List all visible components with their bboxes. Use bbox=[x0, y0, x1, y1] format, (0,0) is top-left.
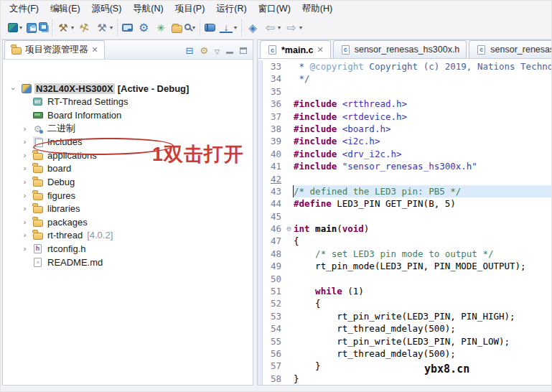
forward-button[interactable]: ▾ bbox=[283, 19, 304, 37]
fold-marker-icon[interactable]: ⊖ bbox=[284, 223, 294, 235]
tree-item-applications[interactable]: ›applications bbox=[3, 149, 253, 162]
menu-e[interactable]: 编辑(E) bbox=[45, 1, 86, 17]
dropdown-caret-icon[interactable]: ▾ bbox=[110, 24, 113, 31]
chevron-collapsed-icon[interactable]: › bbox=[20, 178, 29, 186]
download-icon bbox=[220, 22, 233, 33]
new-button[interactable]: ▾ bbox=[6, 21, 24, 34]
download-button[interactable]: ▾ bbox=[217, 20, 239, 35]
dropdown-caret-icon[interactable]: ▾ bbox=[71, 24, 74, 31]
fold-ruler bbox=[284, 73, 294, 85]
tree-item-rtconfig-h[interactable]: ›hrtconfig.h bbox=[3, 242, 253, 256]
line-number: 50 bbox=[263, 273, 284, 285]
dropdown-caret-icon[interactable]: ▾ bbox=[234, 24, 237, 31]
close-icon[interactable]: ✕ bbox=[92, 45, 98, 55]
filters-icon[interactable] bbox=[200, 46, 208, 55]
fold-ruler bbox=[284, 297, 294, 309]
code-editor[interactable]: 33 * @copyright Copyright (c) 2019, Nati… bbox=[263, 60, 551, 385]
tree-item-debug[interactable]: ›Debug bbox=[3, 175, 253, 189]
debug-button[interactable] bbox=[152, 19, 169, 37]
code-line-58: 58} bbox=[263, 373, 551, 385]
chevron-collapsed-icon[interactable]: › bbox=[20, 245, 29, 253]
tab-project-explorer[interactable]: 项目资源管理器 ✕ bbox=[4, 40, 105, 59]
chevron-collapsed-icon[interactable]: › bbox=[20, 192, 29, 200]
editor-tab-sensor-renesas-hs3[interactable]: csensor_renesas_hs3 bbox=[469, 40, 551, 58]
tree-item-libraries[interactable]: ›libraries bbox=[3, 202, 253, 215]
tree-item-n32l40x-hs300x[interactable]: ›N32L40X-HS300X [Active - Debug] bbox=[3, 82, 253, 95]
minimize-icon[interactable] bbox=[226, 48, 233, 54]
code-line-55: 55 rt_pin_write(LED3_PIN, PIN_LOW); bbox=[263, 335, 551, 347]
code-text: * @copyright Copyright (c) 2019, Nations… bbox=[294, 60, 551, 73]
dropdown-caret-icon[interactable]: ▾ bbox=[19, 24, 22, 31]
chevron-collapsed-icon[interactable]: › bbox=[20, 151, 29, 159]
tree-item-rt-thread[interactable]: ›rt-thread [4.0.2] bbox=[3, 229, 253, 243]
tree-item-packages[interactable]: ›packages bbox=[3, 215, 253, 229]
maximize-icon[interactable] bbox=[240, 47, 247, 54]
view-menu-icon[interactable] bbox=[215, 46, 220, 55]
editor-tab-bar: c*main.c✕csensor_renesas_hs300x.hcsensor… bbox=[258, 40, 551, 59]
code-line-39: 39#include <i2c.h> bbox=[263, 135, 551, 147]
stack-button[interactable] bbox=[244, 19, 261, 37]
chevron-collapsed-icon[interactable]: › bbox=[20, 231, 29, 239]
menu-r[interactable]: 运行(R) bbox=[210, 1, 252, 17]
menu-w[interactable]: 窗口(W) bbox=[253, 1, 296, 17]
code-line-45: 45 bbox=[263, 210, 551, 223]
tree-item-board-information[interactable]: Board Information bbox=[3, 108, 253, 122]
code-line-52: 52 { bbox=[263, 297, 551, 309]
tree-item-label: libraries bbox=[46, 203, 82, 214]
toolbar-group: ▾ bbox=[117, 19, 200, 37]
menu-p[interactable]: 项目(P) bbox=[169, 1, 211, 17]
build-settings-button[interactable]: ▾ bbox=[93, 19, 115, 37]
code-line-43: 43/* defined the LED3 pin: PB5 */ bbox=[263, 185, 551, 197]
line-number: 44 bbox=[263, 197, 284, 210]
dropdown-caret-icon[interactable]: ▾ bbox=[299, 24, 302, 31]
settings-button[interactable] bbox=[135, 19, 152, 37]
tree-item-rt-thread-settings[interactable]: RTRT-Thread Settings bbox=[3, 95, 253, 109]
menu-n[interactable]: 导航(N) bbox=[127, 1, 169, 17]
ide-window: 文件(F)编辑(E)源码(S)导航(N)项目(P)运行(R)窗口(W)帮助(H)… bbox=[0, 0, 552, 392]
save-button[interactable] bbox=[24, 21, 39, 35]
menu-s[interactable]: 源码(S) bbox=[86, 1, 128, 17]
code-line-41: 41#include "sensor_renesas_hs300x.h" bbox=[263, 160, 551, 172]
dropdown-caret-icon[interactable]: ▾ bbox=[278, 24, 281, 31]
build-button[interactable]: ▾ bbox=[55, 19, 76, 37]
code-text: #include "sensor_renesas_hs300x.h" bbox=[294, 160, 551, 172]
fold-ruler bbox=[284, 197, 294, 210]
tree-item-item[interactable]: ›二进制 bbox=[3, 122, 253, 136]
stack-icon bbox=[246, 22, 259, 34]
open-project-button[interactable] bbox=[169, 21, 184, 35]
clean-button[interactable] bbox=[76, 19, 93, 37]
tree-item-label: board bbox=[46, 163, 72, 174]
code-line-49: 49 rt_pin_mode(LED3_PIN, PIN_MODE_OUTPUT… bbox=[263, 260, 551, 272]
sdk-manager-button[interactable] bbox=[202, 22, 217, 34]
menu-f[interactable]: 文件(F) bbox=[4, 1, 45, 17]
save-all-button[interactable] bbox=[39, 22, 50, 33]
fold-ruler bbox=[284, 285, 294, 297]
search-button[interactable]: ▾ bbox=[184, 22, 197, 33]
tree-item-figures[interactable]: ›figures bbox=[3, 189, 253, 202]
tree-item-readme-md[interactable]: ≡README.md bbox=[3, 256, 253, 269]
editor-tab-main-c[interactable]: c*main.c✕ bbox=[260, 40, 331, 59]
chevron-collapsed-icon[interactable]: › bbox=[20, 205, 29, 213]
tree-item-board[interactable]: ›board bbox=[3, 162, 253, 176]
close-icon[interactable]: ✕ bbox=[317, 45, 323, 55]
chevron-collapsed-icon[interactable]: › bbox=[20, 138, 29, 146]
fold-ruler bbox=[284, 373, 294, 385]
chevron-expanded-icon[interactable]: › bbox=[9, 84, 17, 93]
annotation-ruler bbox=[258, 60, 263, 385]
terminal-button[interactable] bbox=[120, 22, 135, 34]
menu-h[interactable]: 帮助(H) bbox=[296, 1, 338, 17]
back-button[interactable]: ▾ bbox=[261, 19, 283, 37]
code-line-35: 35 bbox=[263, 85, 551, 98]
tree-item-label: applications bbox=[46, 150, 98, 161]
debug-icon bbox=[154, 22, 167, 34]
collapse-all-icon[interactable] bbox=[186, 46, 194, 55]
chevron-collapsed-icon[interactable]: › bbox=[20, 218, 29, 226]
code-text: #include <board.h> bbox=[294, 123, 551, 135]
folder-icon bbox=[33, 193, 43, 200]
chevron-collapsed-icon[interactable]: › bbox=[20, 164, 29, 172]
chevron-collapsed-icon[interactable]: › bbox=[20, 125, 29, 133]
editor-tab-sensor-renesas-hs300x-h[interactable]: csensor_renesas_hs300x.h bbox=[333, 40, 467, 58]
fold-ruler bbox=[284, 60, 294, 73]
fold-ruler bbox=[284, 160, 294, 172]
tree-item-includes[interactable]: ›Includes bbox=[3, 135, 253, 149]
